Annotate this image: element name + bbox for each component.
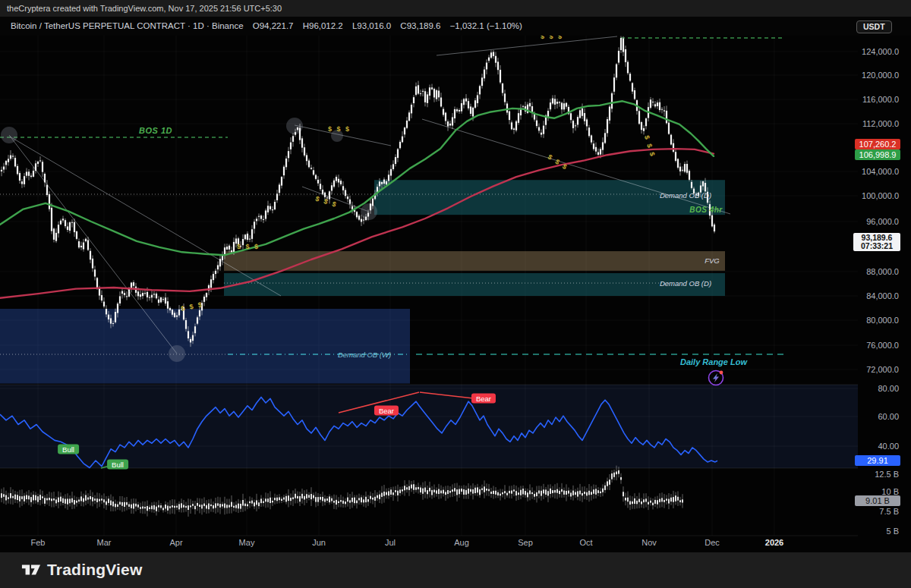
currency-toggle-button[interactable]: USDT bbox=[856, 20, 892, 33]
volume-pane bbox=[1, 466, 683, 517]
time-axis-label: Nov bbox=[641, 538, 657, 547]
footer-bar: TradingView bbox=[0, 552, 911, 588]
chart-canvas[interactable] bbox=[0, 0, 911, 588]
time-axis-label: Sep bbox=[518, 538, 533, 547]
fvg-zone bbox=[224, 251, 725, 271]
trendline-may-channel-bottom bbox=[302, 187, 369, 212]
time-axis-label: Dec bbox=[705, 538, 720, 547]
time-axis-label: Aug bbox=[454, 538, 469, 547]
symbol-title[interactable]: Bitcoin / TetherUS PERPETUAL CONTRACT · … bbox=[11, 21, 244, 30]
time-axis-label: Mar bbox=[97, 538, 112, 547]
swing-circle-marker bbox=[1, 127, 17, 143]
time-axis-label: Jun bbox=[312, 538, 326, 547]
ohlc-open: O94,221.7 bbox=[253, 21, 294, 30]
time-axis-label: May bbox=[239, 538, 255, 547]
tradingview-screenshot: theCryptera created with TradingView.com… bbox=[0, 0, 911, 588]
symbol-bar[interactable]: Bitcoin / TetherUS PERPETUAL CONTRACT · … bbox=[0, 17, 911, 36]
rsi-pane-bg bbox=[0, 385, 858, 468]
swing-circle-marker bbox=[331, 130, 343, 142]
tradingview-logo-text[interactable]: TradingView bbox=[47, 552, 143, 587]
attribution-text: theCryptera created with TradingView.com… bbox=[7, 4, 282, 13]
trendline-aug-oct-highs bbox=[437, 36, 617, 55]
attribution-bar: theCryptera created with TradingView.com… bbox=[0, 0, 911, 17]
tradingview-logo-icon[interactable] bbox=[21, 561, 41, 578]
ohlc-low: L93,016.0 bbox=[352, 21, 391, 30]
time-axis-label: Apr bbox=[169, 538, 182, 547]
time-axis-label: Oct bbox=[579, 538, 592, 547]
flash-icon[interactable] bbox=[709, 371, 723, 385]
swing-circle-marker bbox=[169, 345, 185, 362]
time-axis-label: Jul bbox=[385, 538, 396, 547]
time-axis-label: Feb bbox=[31, 538, 46, 547]
demand-ob-d-upper-zone bbox=[374, 180, 725, 215]
ohlc-high: H96,012.2 bbox=[303, 21, 343, 30]
ohlc-close: C93,189.6 bbox=[400, 21, 440, 30]
time-axis[interactable]: FebMarAprMayJunJulAugSepOctNovDec2026 bbox=[0, 536, 786, 551]
swing-circle-marker bbox=[361, 203, 377, 220]
demand-ob-w-zone bbox=[0, 309, 410, 384]
demand-ob-d-lower-zone bbox=[224, 273, 725, 296]
price-change: −1,032.1 (−1.10%) bbox=[450, 21, 522, 30]
time-axis-label: 2026 bbox=[765, 538, 783, 547]
